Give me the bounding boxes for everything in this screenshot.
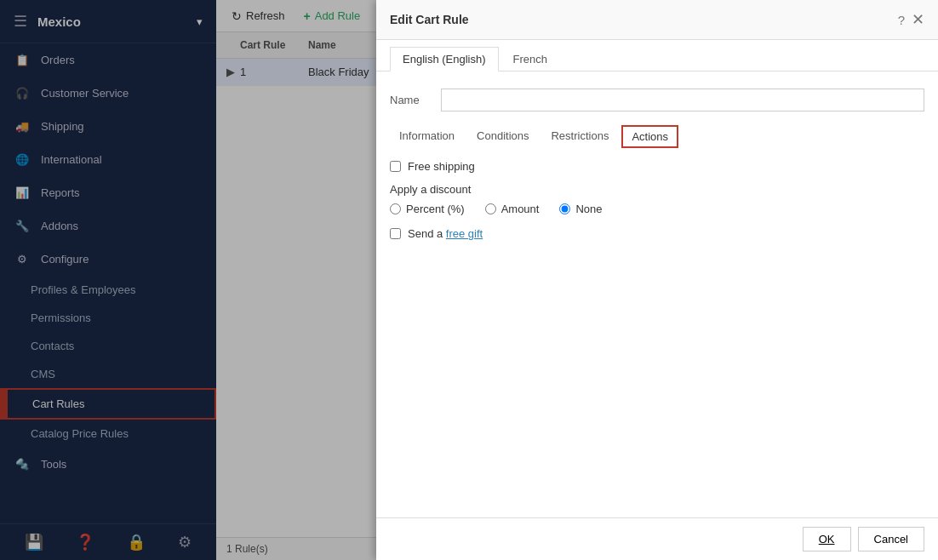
tab-french[interactable]: French xyxy=(500,47,560,71)
inner-tab-restrictions[interactable]: Restrictions xyxy=(541,125,618,148)
apply-discount-label: Apply a discount xyxy=(390,183,924,196)
edit-cart-rule-modal: Edit Cart Rule ? ✕ English (English) Fre… xyxy=(376,0,938,560)
radio-percent-input[interactable] xyxy=(390,203,401,214)
name-label: Name xyxy=(390,94,441,106)
name-input[interactable] xyxy=(441,89,924,111)
modal-title: Edit Cart Rule xyxy=(390,13,898,26)
free-shipping-row: Free shipping xyxy=(390,160,924,173)
free-shipping-checkbox[interactable] xyxy=(390,161,401,172)
inner-tabs: Information Conditions Restrictions Acti… xyxy=(390,125,924,148)
inner-tab-actions[interactable]: Actions xyxy=(621,125,678,148)
radio-amount-input[interactable] xyxy=(485,203,496,214)
modal-language-tabs: English (English) French xyxy=(376,40,938,71)
modal-close-icon[interactable]: ✕ xyxy=(912,10,924,29)
radio-amount[interactable]: Amount xyxy=(485,203,540,215)
cancel-button[interactable]: Cancel xyxy=(858,527,924,551)
ok-button[interactable]: OK xyxy=(803,527,851,551)
inner-tab-conditions[interactable]: Conditions xyxy=(467,125,538,148)
modal-header-actions: ? ✕ xyxy=(898,10,924,29)
free-gift-label: Send a free gift xyxy=(408,227,483,240)
free-gift-row: Send a free gift xyxy=(390,227,924,240)
name-form-row: Name xyxy=(390,89,924,111)
radio-none[interactable]: None xyxy=(559,203,602,215)
free-shipping-label: Free shipping xyxy=(408,160,475,173)
free-gift-link[interactable]: free gift xyxy=(446,227,483,240)
modal-footer: OK Cancel xyxy=(376,517,938,560)
discount-radio-group: Percent (%) Amount None xyxy=(390,203,924,215)
radio-none-input[interactable] xyxy=(559,203,570,214)
modal-header: Edit Cart Rule ? ✕ xyxy=(376,0,938,40)
free-gift-checkbox[interactable] xyxy=(390,228,401,239)
tab-english[interactable]: English (English) xyxy=(390,47,499,71)
modal-body: Name Information Conditions Restrictions… xyxy=(376,71,938,517)
modal-help-icon[interactable]: ? xyxy=(898,13,905,27)
modal-overlay: Edit Cart Rule ? ✕ English (English) Fre… xyxy=(0,0,938,560)
inner-tab-information[interactable]: Information xyxy=(390,125,464,148)
radio-percent[interactable]: Percent (%) xyxy=(390,203,465,215)
